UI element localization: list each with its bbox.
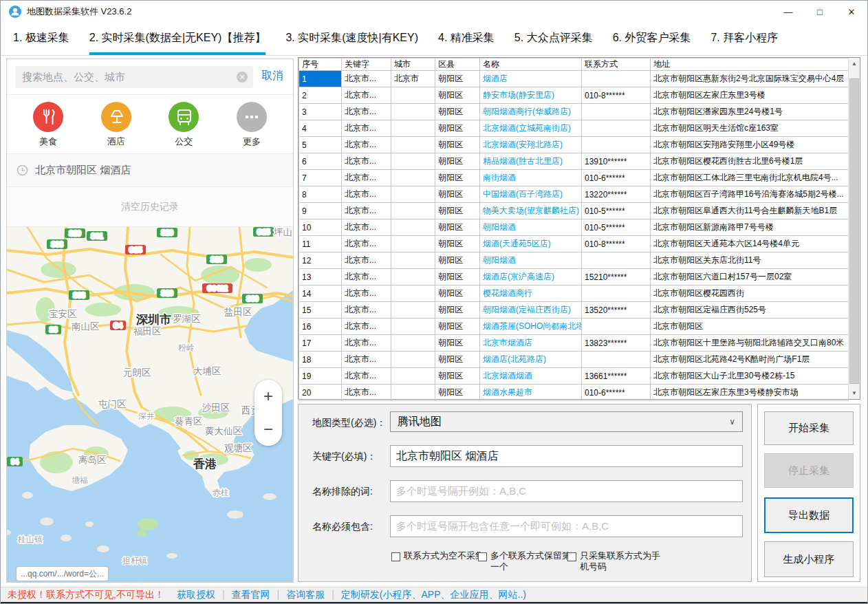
poi-name-link[interactable]: 烟酒店(京沪高速店) xyxy=(480,269,582,285)
poi-name-link[interactable]: 精品烟酒(胜古北里店) xyxy=(480,153,582,170)
checkbox-box[interactable] xyxy=(391,552,400,561)
poi-name-link[interactable]: 樱花烟酒商行 xyxy=(480,285,582,302)
checkbox-box[interactable] xyxy=(478,552,487,561)
table-row[interactable]: 6北京市...朝阳区精品烟酒(胜古北里店)13910******北京市朝阳区樱花… xyxy=(299,153,849,170)
keyword-input[interactable] xyxy=(390,445,743,467)
poi-name-link[interactable]: 烟酒(天通苑5区店) xyxy=(480,236,582,252)
table-cell: 13823****** xyxy=(582,335,651,352)
scrollbar-thumb[interactable] xyxy=(849,78,859,384)
table-row[interactable]: 4北京市...朝阳区北京烟酒(立城苑南街店)北京市朝阳区明天生活馆c座163室 xyxy=(299,120,849,137)
svg-text:S29: S29 xyxy=(161,290,173,297)
tab-4[interactable]: 4. 精准采集 xyxy=(438,23,495,55)
generate-miniprogram-button[interactable]: 生成小程序 xyxy=(764,541,854,577)
table-row[interactable]: 11北京市...朝阳区烟酒(天通苑5区店)010-8******北京市朝阳区天通… xyxy=(299,236,849,252)
category-hotel[interactable]: 酒店 xyxy=(96,102,137,153)
close-button[interactable]: ✕ xyxy=(836,1,867,23)
poi-name-link[interactable]: 朝阳烟酒 xyxy=(480,252,582,269)
scroll-down-icon[interactable]: ▼ xyxy=(849,387,860,399)
stop-collect-button[interactable]: 停止采集 xyxy=(764,453,854,488)
poi-name-link[interactable]: 静安市场(静安里店) xyxy=(480,87,582,104)
column-header[interactable]: 关键字 xyxy=(342,58,391,71)
table-row[interactable]: 7北京市...朝阳区南街烟酒010-6******北京市朝阳区工体北路三里屯南街… xyxy=(299,170,849,186)
status-link-3[interactable]: 咨询客服 xyxy=(286,589,325,600)
include-words-input[interactable] xyxy=(390,515,743,537)
table-cell: 朝阳区 xyxy=(435,170,480,186)
scroll-up-icon[interactable]: ▲ xyxy=(849,58,860,69)
table-cell: 6 xyxy=(299,153,342,170)
column-header[interactable]: 名称 xyxy=(480,58,582,71)
table-row[interactable]: 14北京市...朝阳区樱花烟酒商行北京市朝阳区樱花园西街 xyxy=(299,285,849,302)
table-row[interactable]: 1北京市...北京市朝阳区烟酒店北京市朝阳区惠新东街2号北京国际珠宝交易中心4层 xyxy=(299,71,849,87)
map-zoom-in-button[interactable]: + xyxy=(254,380,282,413)
actions-panel: 开始采集停止采集导出数据生成小程序 xyxy=(757,404,860,582)
poi-name-link[interactable]: 烟酒茶屋(SOHO尚都南北塔) xyxy=(480,319,582,335)
poi-name-link[interactable]: 朝阳烟酒 xyxy=(480,219,582,236)
poi-name-link[interactable]: 朝阳烟酒商行(华威路店) xyxy=(480,104,582,120)
checkbox-box[interactable] xyxy=(567,552,576,561)
category-bus[interactable]: 公交 xyxy=(163,102,204,153)
map-zoom-out-button[interactable]: − xyxy=(254,413,282,446)
clock-icon xyxy=(17,164,28,176)
column-header[interactable]: 联系方式 xyxy=(582,58,651,71)
exclude-words-input[interactable] xyxy=(390,480,743,502)
poi-name-link[interactable]: 北京烟酒(安翔北路店) xyxy=(480,137,582,153)
poi-name-link[interactable]: 烟酒水果超市 xyxy=(480,385,582,401)
table-row[interactable]: 13北京市...朝阳区烟酒店(京沪高速店)15210******北京市朝阳区六道… xyxy=(299,269,849,285)
poi-name-link[interactable]: 烟酒店 xyxy=(480,71,582,87)
table-row[interactable]: 12北京市...朝阳区朝阳烟酒北京市朝阳区关东店北街11号 xyxy=(299,252,849,269)
tab-1[interactable]: 1. 极速采集 xyxy=(13,23,69,55)
column-header[interactable]: 地址 xyxy=(651,58,849,71)
search-input[interactable]: 搜索地点、公交、城市 ✕ xyxy=(15,66,253,88)
table-row[interactable]: 10北京市...朝阳区朝阳烟酒010-5******北京市朝阳区新源南路甲7号号… xyxy=(299,219,849,236)
table-cell: 北京市朝阳区十里堡路与朝阳北路辅路交叉口南80米 xyxy=(651,335,849,352)
table-row[interactable]: 2北京市...朝阳区静安市场(静安里店)010-8******北京市朝阳区左家庄… xyxy=(299,87,849,104)
export-data-button[interactable]: 导出数据 xyxy=(764,497,854,533)
column-header[interactable]: 序号 xyxy=(299,58,342,71)
keep-first-contact-checkbox[interactable]: 多个联系方式保留第一个 xyxy=(478,550,574,572)
clear-search-icon[interactable]: ✕ xyxy=(237,72,248,83)
table-row[interactable]: 16北京市...朝阳区烟酒茶屋(SOHO尚都南北塔)北京市朝阳区 xyxy=(299,319,849,335)
tab-6[interactable]: 6. 外贸客户采集 xyxy=(613,23,691,55)
table-row[interactable]: 8北京市...朝阳区中国烟酒(百子湾路店)13220******北京市朝阳区百子… xyxy=(299,186,849,203)
mobile-only-checkbox[interactable]: 只采集联系方式为手机号码 xyxy=(567,550,664,572)
table-row[interactable]: 20北京市...朝阳区烟酒水果超市010-6******北京市朝阳区左家庄东里3… xyxy=(299,385,849,401)
poi-name-link[interactable]: 中国烟酒(百子湾路店) xyxy=(480,186,582,203)
column-header[interactable]: 区县 xyxy=(435,58,480,71)
status-link-4[interactable]: 定制研发(小程序、APP、企业应用、网站..) xyxy=(341,589,526,600)
table-row[interactable]: 9北京市...朝阳区物美大卖场(望京麒麟社店)010-5******北京市朝阳区… xyxy=(299,203,849,219)
poi-name-link[interactable]: 北京烟酒烟酒 xyxy=(480,368,582,385)
skip-empty-contact-checkbox[interactable]: 联系方式为空不采集 xyxy=(391,550,484,561)
tab-2[interactable]: 2. 实时采集(数据全|无KEY)【推荐】 xyxy=(89,23,266,55)
tab-5[interactable]: 5. 大众点评采集 xyxy=(514,23,593,55)
poi-name-link[interactable]: 烟酒店(北苑路店) xyxy=(480,352,582,368)
status-link-1[interactable]: 获取授权 xyxy=(177,589,215,600)
category-food[interactable]: 美食 xyxy=(28,102,69,153)
table-row[interactable]: 17北京市...朝阳区北京市烟酒店13823******北京市朝阳区十里堡路与朝… xyxy=(299,335,849,352)
poi-name-link[interactable]: 北京烟酒(立城苑南街店) xyxy=(480,120,582,137)
status-link-2[interactable]: 查看官网 xyxy=(232,589,270,600)
poi-name-link[interactable]: 物美大卖场(望京麒麟社店) xyxy=(480,203,582,219)
poi-name-link[interactable]: 北京市烟酒店 xyxy=(480,335,582,352)
map-type-select[interactable]: 腾讯地图 ∨ xyxy=(390,411,743,432)
table-row[interactable]: 18北京市...朝阳区烟酒店(北苑路店)北京市朝阳区北苑路42号K酷时尚广场F1… xyxy=(299,352,849,368)
tab-7[interactable]: 7. 拜客小程序 xyxy=(710,23,778,55)
cancel-search-link[interactable]: 取消 xyxy=(261,69,283,83)
map-view[interactable]: S20S31S33S29G15G15S28G0422S30S29S33G4S39… xyxy=(7,227,293,582)
poi-name-link[interactable]: 南街烟酒 xyxy=(480,170,582,186)
minimize-button[interactable]: — xyxy=(772,1,804,23)
map-label: 黄大仙区 xyxy=(205,426,242,436)
start-collect-button[interactable]: 开始采集 xyxy=(764,411,854,445)
poi-name-link[interactable]: 朝阳烟酒(定福庄西街店) xyxy=(480,302,582,319)
table-row[interactable]: 19北京市...朝阳区北京烟酒烟酒13661******北京市朝阳区大山子北里3… xyxy=(299,368,849,385)
tab-3[interactable]: 3. 实时采集(速度快|有KEY) xyxy=(285,23,418,55)
table-cell: 北京市... xyxy=(342,269,391,285)
table-row[interactable]: 15北京市...朝阳区朝阳烟酒(定福庄西街店)13520******北京市朝阳区… xyxy=(299,302,849,319)
maximize-button[interactable]: □ xyxy=(804,1,836,23)
table-row[interactable]: 3北京市...朝阳区朝阳烟酒商行(华威路店)北京市朝阳区潘家园东里24号楼1号 xyxy=(299,104,849,120)
column-header[interactable]: 城市 xyxy=(391,58,435,71)
clear-history-button[interactable]: 清空历史记录 xyxy=(7,187,293,227)
table-scrollbar[interactable]: ▲ ▼ xyxy=(848,58,860,399)
table-row[interactable]: 5北京市...朝阳区北京烟酒(安翔北路店)北京市朝阳区安翔路安翔里小区49号楼 xyxy=(299,137,849,153)
category-more[interactable]: 更多 xyxy=(231,102,272,153)
history-item[interactable]: 北京市朝阳区 烟酒店 xyxy=(7,154,293,187)
